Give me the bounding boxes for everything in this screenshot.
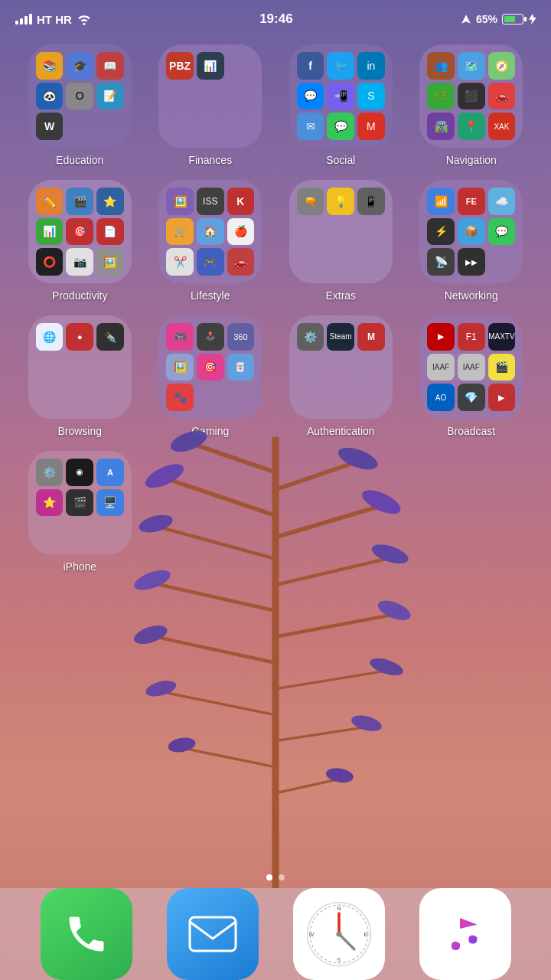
svg-line-6 [167,693,273,714]
folder-label-broadcast: Broadcast [447,425,495,437]
svg-text:E: E [364,931,367,938]
app-grid: 📚 🎓 📖 🐼 O 📝 W Education PBZ 📊 Finances [0,37,551,580]
svg-line-13 [277,727,362,740]
mail-icon [188,915,237,953]
svg-point-34 [336,931,341,936]
folder-productivity[interactable]: ✏️ 🎬 ⭐ 📊 🎯 📄 ⭕ 📷 🖼️ Productivity [21,180,139,302]
dock-phone[interactable] [41,888,132,980]
safari-icon: N S E W [305,900,373,969]
svg-point-26 [368,655,406,678]
folder-label-finances: Finances [188,154,232,166]
folder-icon-gaming: 🎮 🕹️ 360 🖼️ 🎯 🃏 🐾 [158,315,262,419]
status-left: HT HR [15,13,92,26]
dock-mail[interactable] [167,888,259,980]
folder-authentication[interactable]: ⚙️ Steam M Authentication [282,315,399,437]
folder-label-lifestyle: Lifestyle [191,289,230,302]
folder-icon-navigation: 👥 🗺️ 🧭 🌿 ⬛ 🚗 🛣️ 📍 ΧΑΚ [419,44,523,148]
battery-percent: 65% [476,13,497,25]
svg-point-27 [350,713,383,734]
page-dot-1 [266,874,272,880]
folder-label-authentication: Authentication [307,425,375,437]
svg-text:W: W [308,931,314,938]
folder-lifestyle[interactable]: 🖼️ ISS K 🛒 🏠 🍎 ✂️ 🎮 🚗 Lifestyle [152,180,269,302]
folder-icon-productivity: ✏️ 🎬 ⭐ 📊 🎯 📄 ⭕ 📷 🖼️ [28,180,132,283]
svg-text:S: S [337,956,341,963]
svg-point-28 [324,766,354,785]
folder-icon-authentication: ⚙️ Steam M [289,315,393,419]
folder-icon-lifestyle: 🖼️ ISS K 🛒 🏠 🍎 ✂️ 🎮 🚗 [158,180,262,283]
svg-point-20 [144,678,178,699]
svg-line-7 [189,750,274,767]
folder-navigation[interactable]: 👥 🗺️ 🧭 🌿 ⬛ 🚗 🛣️ 📍 ΧΑΚ Navigation [413,44,530,166]
battery-indicator [502,14,523,24]
signal-bars [15,14,32,24]
dock: N S E W [0,888,551,980]
folder-icon-education: 📚 🎓 📖 🐼 O 📝 W [28,44,132,148]
folder-label-extras: Extras [325,289,356,302]
folder-icon-broadcast: ▶ F1 MAXTV IAAF IAAF 🎬 AO 💎 ▶ [419,315,523,419]
time-display: 19:46 [259,11,292,27]
music-icon [439,907,492,961]
page-dots [0,874,551,880]
folder-label-iphone: iPhone [63,560,96,573]
phone-icon [64,911,109,957]
svg-point-19 [132,622,169,647]
folder-social[interactable]: f 🐦 in 💬 📲 S ✉ 💬 M Social [282,44,399,166]
status-right: 65% [461,13,536,25]
wifi-icon [77,14,92,25]
folder-label-gaming: Gaming [191,425,229,437]
folder-icon-browsing: 🌐 ● ✒️ [28,315,132,419]
folder-icon-finances: PBZ 📊 [158,44,262,148]
dock-music[interactable] [419,888,511,980]
svg-line-4 [158,584,274,610]
svg-rect-29 [190,917,236,951]
svg-line-12 [277,671,383,689]
folder-education[interactable]: 📚 🎓 📖 🐼 O 📝 W Education [21,44,139,166]
folder-broadcast[interactable]: ▶ F1 MAXTV IAAF IAAF 🎬 AO 💎 ▶ Broadcast [413,315,530,437]
folder-icon-networking: 📶 FE ☁️ ⚡ 📦 💬 📡 ▶▶ [419,180,523,283]
dock-safari[interactable]: N S E W [293,888,385,980]
location-icon [461,14,471,24]
folder-extras[interactable]: 🔫 💡 📱 Extras [282,180,399,302]
folder-label-social: Social [326,154,355,166]
folder-label-education: Education [56,154,103,166]
folder-finances[interactable]: PBZ 📊 Finances [152,44,269,166]
folder-icon-iphone: ⚙️ ◉ A ⭐ 🎬 🖥️ [28,451,132,554]
folder-icon-extras: 🔫 💡 📱 [289,180,393,283]
svg-text:N: N [337,905,341,912]
svg-line-5 [154,636,273,662]
folder-iphone[interactable]: ⚙️ ◉ A ⭐ 🎬 🖥️ iPhone [21,451,139,573]
folder-label-navigation: Navigation [446,154,497,166]
folder-label-networking: Networking [445,289,498,302]
svg-line-11 [277,615,393,636]
folder-browsing[interactable]: 🌐 ● ✒️ Browsing [21,315,139,437]
status-bar: HT HR 19:46 65% [0,0,551,34]
folder-label-browsing: Browsing [57,425,102,437]
svg-point-25 [375,596,413,624]
charging-icon [528,14,536,24]
folder-icon-social: f 🐦 in 💬 📲 S ✉ 💬 M [289,44,393,148]
svg-line-14 [277,779,336,792]
page-dot-2 [279,874,285,880]
folder-networking[interactable]: 📶 FE ☁️ ⚡ 📦 💬 📡 ▶▶ Networking [413,180,530,302]
carrier-label: HT HR [37,13,72,26]
svg-point-21 [167,736,197,754]
folder-label-productivity: Productivity [52,289,107,302]
folder-gaming[interactable]: 🎮 🕹️ 360 🖼️ 🎯 🃏 🐾 Gaming [152,315,269,437]
